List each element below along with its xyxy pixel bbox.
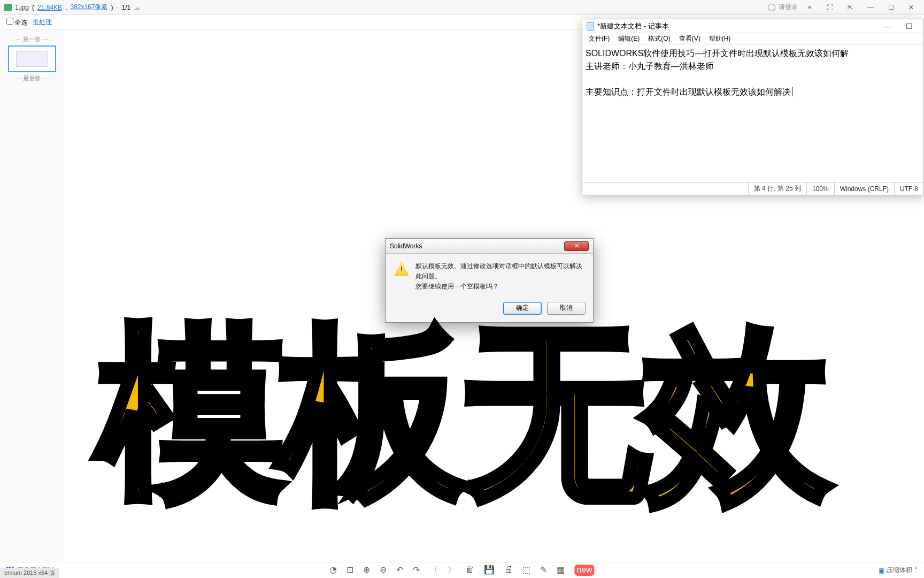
tool1-icon[interactable]: ⬚ xyxy=(522,565,530,576)
thumbnail-1[interactable] xyxy=(8,45,56,72)
zoom-in-icon[interactable]: ⊕ xyxy=(363,565,370,576)
dimensions-link[interactable]: 382x167像素 xyxy=(70,3,107,12)
print-icon[interactable]: 🖨 xyxy=(504,565,513,576)
notepad-statusbar: 第 4 行, 第 25 列 100% Windows (CRLF) UTF-8 xyxy=(582,182,923,195)
login-prompt[interactable]: 请登录 xyxy=(779,3,798,12)
menu-view[interactable]: 查看(V) xyxy=(676,33,704,44)
save-icon[interactable]: 💾 xyxy=(484,565,495,576)
fullscreen-icon[interactable]: ⛶ xyxy=(821,2,838,13)
notepad-icon xyxy=(587,22,594,31)
close-paren: ) xyxy=(111,4,113,11)
notepad-maximize-button[interactable]: ☐ xyxy=(899,20,919,32)
menu-format[interactable]: 格式(O) xyxy=(645,33,673,44)
filesize-link[interactable]: 21.84KB xyxy=(37,4,62,11)
thumbnail-sidebar: — 第一张 — — 最后张 — xyxy=(0,30,64,562)
ok-button[interactable]: 确定 xyxy=(503,302,542,315)
prev-icon[interactable]: 〈 xyxy=(429,565,438,576)
minimize-button[interactable]: ― xyxy=(862,2,879,13)
cancel-button[interactable]: 取消 xyxy=(547,302,586,315)
status-line-ending: Windows (CRLF) xyxy=(834,182,894,195)
cloud-icon[interactable]: ☁ xyxy=(134,4,140,11)
dialog-titlebar[interactable]: SolidWorks ✕ xyxy=(386,239,593,254)
open-paren: ( xyxy=(32,4,34,11)
user-icon[interactable] xyxy=(768,4,775,11)
notepad-titlebar[interactable]: *新建文本文档 - 记事本 ― ☐ xyxy=(582,19,923,33)
dialog-close-button[interactable]: ✕ xyxy=(564,241,589,251)
dialog-line1: 默认模板无效。通过修改选项对话框中的默认模板可以解决此问题。 xyxy=(415,261,584,282)
app-logo-icon xyxy=(4,4,12,11)
viewer-titlebar: 1.jpg ( 21.84KB , 382x167像素 ) - 1/1 ☁ 请登… xyxy=(0,0,924,15)
menu-help[interactable]: 帮助(H) xyxy=(706,33,734,44)
center-toolbar: ◔ ⊡ ⊕ ⊖ ↶ ↷ 〈 〉 🗑 💾 🖨 ⬚ ✎ ▦ new xyxy=(329,565,594,576)
delete-icon[interactable]: 🗑 xyxy=(466,565,474,576)
title-sep: - xyxy=(116,4,118,11)
notepad-menubar: 文件(F) 编辑(E) 格式(O) 查看(V) 帮助(H) xyxy=(582,33,923,45)
menu-icon[interactable]: ≡ xyxy=(801,2,818,13)
compress-icon[interactable]: ▣ xyxy=(879,567,884,574)
filename-label: 1.jpg xyxy=(15,4,29,11)
status-position: 第 4 行, 第 25 列 xyxy=(748,182,806,195)
status-encoding: UTF-8 xyxy=(894,182,923,195)
page-indicator: 1/1 xyxy=(121,4,130,11)
notepad-window: *新建文本文档 - 记事本 ― ☐ 文件(F) 编辑(E) 格式(O) 查看(V… xyxy=(582,19,924,195)
menu-edit[interactable]: 编辑(E) xyxy=(615,33,643,44)
dialog-message: 默认模板无效。通过修改选项对话框中的默认模板可以解决此问题。 您要继续使用一个空… xyxy=(415,261,584,292)
dialog-line2: 您要继续使用一个空模板吗？ xyxy=(415,282,584,292)
select-all-checkbox[interactable]: 全选 xyxy=(6,18,27,27)
rotate-left-icon[interactable]: ↶ xyxy=(396,565,403,576)
solidworks-dialog: SolidWorks ✕ 默认模板无效。通过修改选项对话框中的默认模板可以解决此… xyxy=(385,238,594,323)
compress-chevron-icon[interactable]: ˅ xyxy=(914,567,918,574)
batch-process-link[interactable]: 批处理 xyxy=(33,18,52,27)
taskbar-fragment: emium 2018 x64 版 xyxy=(0,568,59,578)
dialog-buttons: 确定 取消 xyxy=(386,298,593,322)
next-icon[interactable]: 〉 xyxy=(448,565,456,576)
compress-label[interactable]: 压缩体积 xyxy=(887,566,912,575)
warning-icon xyxy=(394,261,409,276)
notepad-minimize-button[interactable]: ― xyxy=(877,20,898,32)
dialog-title-text: SolidWorks xyxy=(390,242,422,250)
maximize-button[interactable]: ☐ xyxy=(882,2,899,13)
meta-sep: , xyxy=(65,4,67,11)
notepad-title-text: *新建文本文档 - 记事本 xyxy=(597,21,669,31)
viewer-bottombar: 查看所有图片 ◔ ⊡ ⊕ ⊖ ↶ ↷ 〈 〉 🗑 💾 🖨 ⬚ ✎ ▦ new ▣… xyxy=(0,562,924,578)
menu-file[interactable]: 文件(F) xyxy=(586,33,613,44)
status-zoom: 100% xyxy=(806,182,834,195)
apps-icon[interactable]: ▦ xyxy=(557,565,565,576)
edit-icon[interactable]: ✎ xyxy=(540,565,547,576)
timer-icon[interactable]: ◔ xyxy=(329,565,337,576)
rotate-right-icon[interactable]: ↷ xyxy=(413,565,420,576)
text-cursor xyxy=(792,87,792,96)
notepad-textarea[interactable]: SOLIDWORKS软件使用技巧—打开文件时出现默认模板无效该如何解 主讲老师：… xyxy=(582,45,923,182)
fit-icon[interactable]: ⊡ xyxy=(346,565,353,576)
last-image-label: — 最后张 — xyxy=(3,74,60,82)
new-badge: new xyxy=(574,565,594,576)
zoom-out-icon[interactable]: ⊖ xyxy=(380,565,387,576)
status-spacer xyxy=(582,182,748,195)
pin-icon[interactable]: ⇱ xyxy=(842,2,859,13)
close-button[interactable]: ✕ xyxy=(903,2,920,13)
dialog-body: 默认模板无效。通过修改选项对话框中的默认模板可以解决此问题。 您要继续使用一个空… xyxy=(386,254,593,298)
first-image-label: — 第一张 — xyxy=(3,35,60,43)
